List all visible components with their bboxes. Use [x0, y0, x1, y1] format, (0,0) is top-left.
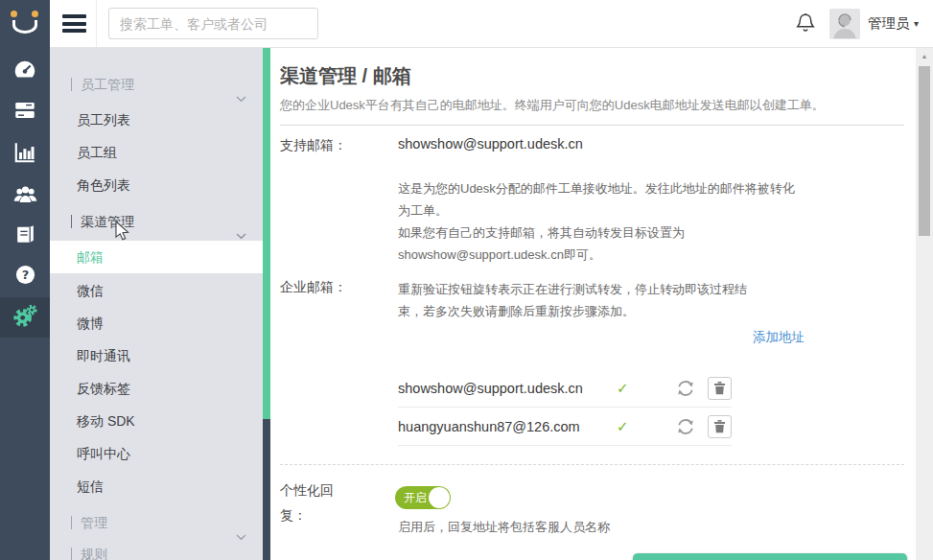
nav-analytics[interactable] — [0, 134, 50, 175]
sidebar-group-employee-management[interactable]: 员工管理 — [50, 68, 263, 101]
nav-knowledge[interactable] — [0, 216, 50, 256]
chevron-down-icon — [236, 551, 246, 560]
note-line: 这是为您的Udesk分配的邮件工单接收地址。发往此地址的邮件将被转化为工单。 — [398, 177, 806, 222]
svg-text:?: ? — [21, 268, 29, 282]
sidebar-group-label: 管理 — [81, 515, 107, 530]
refresh-verify-button[interactable] — [675, 378, 696, 399]
nav-settings[interactable] — [0, 297, 50, 338]
nav-dashboard[interactable] — [0, 52, 50, 92]
sidebar-item-employee-groups[interactable]: 员工组 — [50, 136, 263, 169]
sidebar-item-label: 移动 SDK — [77, 413, 135, 429]
sidebar-item-label: 邮箱 — [77, 249, 104, 265]
note-line: showshow@support.udesk.cn即可。 — [398, 244, 806, 266]
trash-icon — [713, 381, 726, 395]
sidebar-item-label: 呼叫中心 — [77, 446, 130, 461]
toggle-knob — [429, 487, 450, 508]
company-email-list: showshow@support.udesk.cn ✓ huangyuanshu… — [398, 369, 732, 446]
user-name[interactable]: 管理员 — [868, 0, 910, 47]
sidebar-item-label: 角色列表 — [77, 177, 130, 193]
sidebar-group-management[interactable]: 管理 — [50, 506, 263, 539]
sidebar-item-wechat[interactable]: 微信 — [50, 274, 263, 307]
sidebar-item-label: 即时通讯 — [77, 348, 130, 363]
nav-tickets[interactable] — [0, 92, 50, 132]
group-pipe — [71, 516, 72, 529]
sidebar-item-feedback-tags[interactable]: 反馈标签 — [50, 372, 263, 405]
sidebar-group-label: 规则 — [81, 547, 107, 560]
sidebar-item-employee-list[interactable]: 员工列表 — [50, 104, 263, 136]
sidebar-item-sms[interactable]: 短信 — [50, 470, 263, 502]
verified-check-icon: ✓ — [617, 380, 629, 397]
email-address: showshow@support.udesk.cn — [398, 381, 617, 396]
search-input[interactable] — [108, 8, 318, 39]
personalized-reply-toggle[interactable]: 开启 — [395, 486, 451, 509]
note-line: 如果您有自己的支持邮箱，将其自动转发目标设置为 — [398, 222, 806, 244]
bar-chart-icon — [12, 140, 37, 169]
company-email-note: 重新验证按钮旋转表示正在进行测试转发，停止转动即该过程结束，若多次失败请删除后重… — [398, 278, 760, 322]
page-intro: 您的企业Udesk平台有其自己的电邮地址。终端用户可向您的Udesk电邮地址发送… — [280, 97, 825, 114]
personalized-reply-label: 个性化回复： — [280, 478, 347, 527]
group-pipe — [71, 548, 72, 560]
scrollbar-up-arrow-icon[interactable]: ▲ — [916, 53, 933, 59]
email-row: huangyuanshun87@126.com ✓ — [398, 408, 732, 446]
icon-rail: ? — [0, 0, 50, 560]
sidebar-group-channel-management[interactable]: 渠道管理 — [50, 205, 263, 238]
company-email-label: 企业邮箱： — [280, 279, 347, 296]
users-icon — [12, 181, 38, 211]
content-scrollbar-thumb[interactable] — [263, 48, 270, 419]
sidebar-item-mobile-sdk[interactable]: 移动 SDK — [50, 405, 263, 437]
sidebar-item-email[interactable]: 邮箱 — [50, 241, 263, 273]
sidebar-item-instant-messaging[interactable]: 即时通讯 — [50, 339, 263, 372]
window-scrollbar-thumb[interactable] — [919, 66, 930, 236]
verified-check-icon: ✓ — [617, 418, 629, 435]
user-avatar[interactable] — [829, 9, 860, 39]
sidebar-group-label: 渠道管理 — [81, 214, 134, 229]
nav-help[interactable]: ? — [0, 256, 50, 296]
udesk-logo[interactable] — [0, 0, 50, 50]
dashed-divider — [280, 464, 904, 465]
group-pipe — [71, 78, 72, 91]
content-scrollbar-track[interactable] — [263, 48, 270, 560]
hamburger-menu-icon[interactable] — [62, 14, 86, 33]
window-scrollbar-track[interactable]: ▲ — [916, 48, 933, 560]
support-email-note: 这是为您的Udesk分配的邮件工单接收地址。发往此地址的邮件将被转化为工单。 如… — [398, 177, 806, 266]
logo-eye-right — [32, 11, 38, 17]
email-row: showshow@support.udesk.cn ✓ — [398, 369, 732, 408]
main-content: 渠道管理 / 邮箱 您的企业Udesk平台有其自己的电邮地址。终端用户可向您的U… — [270, 48, 916, 560]
section-divider — [280, 125, 904, 126]
tickets-icon — [12, 98, 37, 127]
sidebar-item-role-list[interactable]: 角色列表 — [50, 169, 263, 201]
gears-icon — [12, 302, 38, 333]
notification-bell-icon[interactable] — [796, 12, 815, 34]
book-icon — [13, 222, 37, 250]
topbar: 管理员 ▾ — [50, 0, 933, 48]
nav-customers[interactable] — [0, 175, 50, 216]
sidebar-item-label: 员工列表 — [77, 112, 130, 128]
group-pipe — [71, 215, 72, 228]
trash-icon — [713, 419, 726, 433]
support-email-value: showshow@support.udesk.cn — [398, 136, 583, 152]
personalized-reply-note: 启用后，回复地址将包括客服人员名称 — [398, 519, 610, 536]
sidebar-item-label: 员工组 — [77, 145, 117, 160]
dashboard-gauge-icon — [12, 58, 37, 86]
settings-sidebar: 员工管理 员工列表 员工组 角色列表 渠道管理 邮箱 微信 微博 即时通讯 反馈… — [50, 48, 263, 560]
sidebar-item-call-center[interactable]: 呼叫中心 — [50, 437, 263, 470]
user-menu-caret-icon[interactable]: ▾ — [914, 0, 919, 47]
sidebar-item-label: 微信 — [77, 283, 104, 298]
sidebar-group-rules[interactable]: 规则 — [50, 538, 263, 560]
delete-email-button[interactable] — [708, 415, 732, 438]
sidebar-item-label: 反馈标签 — [77, 381, 130, 396]
sidebar-item-weibo[interactable]: 微博 — [50, 307, 263, 339]
logo-eye-left — [11, 11, 17, 17]
logo-smile — [12, 20, 37, 34]
sidebar-group-label: 员工管理 — [81, 77, 134, 92]
help-icon: ? — [13, 263, 37, 291]
topbar-divider — [96, 0, 97, 47]
save-button[interactable] — [633, 553, 907, 560]
refresh-verify-button[interactable] — [675, 416, 696, 437]
sidebar-item-label: 短信 — [77, 478, 104, 494]
sidebar-item-label: 微博 — [77, 315, 104, 331]
breadcrumb-title: 渠道管理 / 邮箱 — [280, 63, 411, 89]
email-address: huangyuanshun87@126.com — [398, 419, 617, 434]
add-address-link[interactable]: 添加地址 — [753, 329, 805, 346]
delete-email-button[interactable] — [708, 377, 732, 400]
